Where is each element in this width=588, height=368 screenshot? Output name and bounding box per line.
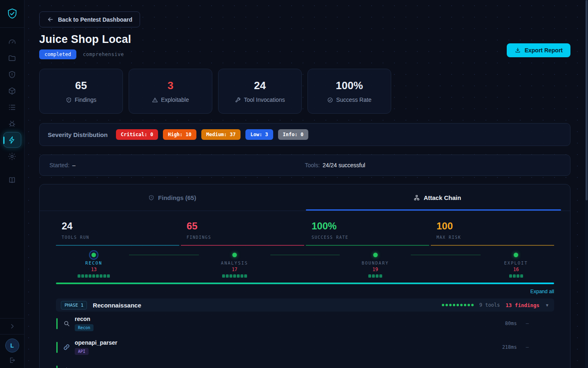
chain-stat-findings: 65 FINDINGS: [181, 220, 304, 246]
chain-stat-tools-run: 24 TOOLS RUN: [56, 220, 179, 246]
tab-attack-chain[interactable]: Attack Chain: [305, 184, 570, 211]
sidebar-item-vulnerabilities[interactable]: [3, 66, 21, 83]
folder-icon: [8, 54, 16, 63]
timeline-connector: [411, 255, 481, 256]
chevron-right-icon: [9, 323, 16, 330]
logout-button[interactable]: [9, 357, 16, 366]
tab-findings[interactable]: Findings (65): [40, 184, 305, 211]
scrollbar-track[interactable]: [585, 0, 588, 368]
chain-progress-bar: [56, 283, 554, 284]
phase-1-header[interactable]: PHASE 1 Reconnaissance 9 tools 13 findin…: [56, 298, 554, 312]
sidebar-bottom: L: [0, 318, 24, 368]
stat-card-exploitable: 3 Exploitable: [129, 69, 212, 114]
severity-badge-info: Info: 0: [278, 129, 309, 140]
header-row: Juice Shop Local completed comprehensive…: [39, 27, 570, 59]
sidebar-item-attack-chain[interactable]: [3, 132, 21, 148]
phase-name: BOUNDARY: [351, 260, 400, 265]
stat-card-tool-invocations: 24 Tool Invocations: [218, 69, 302, 114]
stat-cards: 65 Findings 3 Exploitable: [39, 69, 570, 114]
tool-duration: 80ms: [505, 321, 517, 326]
download-icon: [514, 47, 521, 54]
phase-dot: [514, 253, 518, 257]
tool-row-security-headers[interactable]: security_headers: [56, 359, 554, 368]
stat-label: Success Rate: [336, 96, 371, 103]
bug-icon: [8, 119, 16, 128]
started-block: Started: –: [49, 162, 305, 168]
sidebar-item-bugs[interactable]: [3, 115, 21, 132]
timeline-phase-boundary[interactable]: BOUNDARY 19: [351, 251, 400, 278]
tab-attack-chain-label: Attack Chain: [423, 194, 461, 201]
severity-badge-critical: Critical: 0: [116, 129, 158, 140]
wrench-icon: [235, 97, 241, 103]
scan-mode-label: comprehensive: [83, 52, 124, 57]
expand-all-link[interactable]: Expand all: [530, 289, 554, 294]
back-button[interactable]: Back to Pentest Dashboard: [39, 11, 140, 27]
avatar[interactable]: L: [5, 339, 19, 352]
tool-row-recon[interactable]: recon Recon 80ms –: [56, 312, 554, 335]
phase-finding-count: 13: [69, 267, 118, 272]
sidebar-item-docs[interactable]: [3, 172, 21, 188]
phase-name: ANALYSIS: [210, 260, 259, 265]
success-rate-value: 100%: [336, 79, 363, 92]
phase-finding-count: 16: [492, 267, 541, 272]
exploitable-count: 3: [167, 79, 173, 92]
chain-stat-success-rate: 100% SUCCESS RATE: [306, 220, 429, 246]
timeline-connector: [129, 255, 199, 256]
link-icon: [62, 343, 71, 351]
phase-tool-blocks: [69, 274, 118, 278]
tool-invocations-count: 24: [254, 79, 266, 92]
severity-badge-low: Low: 3: [245, 129, 273, 140]
phase-tool-dots: [442, 304, 474, 306]
lightning-icon: [8, 136, 16, 144]
phase-title: Reconnaissance: [93, 302, 141, 309]
sidebar-user-section: L: [0, 334, 24, 368]
sidebar-item-dashboard[interactable]: [3, 34, 21, 50]
list-icon: [8, 103, 16, 112]
sitemap-icon: [414, 195, 420, 201]
tool-row-openapi-parser[interactable]: openapi_parser API 218ms –: [56, 335, 554, 359]
chain-success-label: SUCCESS RATE: [312, 235, 429, 240]
sidebar-item-reports[interactable]: [3, 99, 21, 115]
sidebar-collapse-button[interactable]: [0, 318, 24, 334]
timeline-phase-analysis[interactable]: ANALYSIS 17: [210, 251, 259, 278]
timeline-phase-exploit[interactable]: EXPLOIT 16: [492, 251, 541, 278]
phase-dot: [373, 253, 378, 257]
tool-status-bar: [56, 366, 58, 368]
tools-value: 24/24 successful: [323, 162, 365, 168]
active-tab-underline: [306, 209, 561, 211]
title-block: Juice Shop Local completed comprehensive: [39, 27, 131, 59]
main-content: Back to Pentest Dashboard Juice Shop Loc…: [24, 0, 588, 368]
sidebar-nav: [3, 34, 21, 188]
chevron-down-icon: ▼: [545, 303, 549, 307]
sidebar-item-assets[interactable]: [3, 83, 21, 99]
tool-dash: –: [526, 344, 529, 350]
shield-icon: [66, 97, 72, 103]
expand-row: Expand all: [56, 289, 554, 294]
tab-bar: Findings (65) Attack Chain: [40, 184, 570, 211]
timeline-phase-recon[interactable]: RECON 13: [69, 251, 118, 278]
sidebar-item-projects[interactable]: [3, 50, 21, 66]
status-badge: completed: [39, 49, 76, 59]
shield-icon: [148, 195, 154, 201]
phase-badge: PHASE 1: [61, 301, 87, 310]
phase-findings-count: 13 findings: [506, 302, 539, 308]
scrollbar-thumb[interactable]: [586, 0, 588, 200]
timeline-connector: [270, 255, 340, 256]
tools-run-value: 24: [62, 220, 179, 232]
phase-timeline: RECON 13 ANALYSIS 17 BOUNDARY 19: [56, 251, 554, 278]
package-icon: [8, 87, 16, 95]
phase-tool-blocks: [210, 274, 259, 278]
sidebar-item-settings[interactable]: [3, 148, 21, 164]
tool-status-bar: [56, 318, 58, 329]
scan-meta-panel: Started: – Tools: 24/24 successful: [39, 155, 570, 176]
phase-finding-count: 17: [210, 267, 259, 272]
check-circle-icon: [327, 97, 333, 103]
tool-duration: 218ms: [502, 344, 517, 350]
export-report-button[interactable]: Export Report: [507, 43, 570, 57]
logout-icon: [9, 357, 16, 364]
tool-name: openapi_parser: [75, 339, 117, 346]
phase-name: EXPLOIT: [492, 260, 541, 265]
back-button-label: Back to Pentest Dashboard: [58, 16, 132, 23]
active-indicator: [3, 137, 4, 144]
phase-dot: [91, 253, 96, 257]
